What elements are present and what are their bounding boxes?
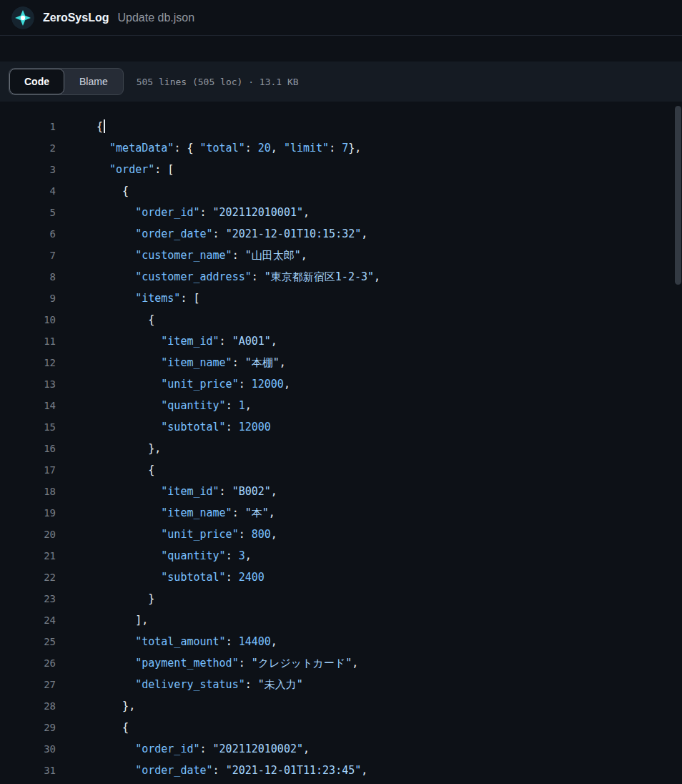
file-info: 505 lines (505 loc) · 13.1 KB — [137, 77, 299, 87]
line-number[interactable]: 28 — [0, 695, 56, 717]
code-text[interactable]: "item_name": "本棚", — [56, 352, 286, 373]
code-line: 2 "metaData": { "total": 20, "limit": 7}… — [0, 137, 682, 159]
code-text[interactable]: "item_name": "本", — [56, 502, 275, 524]
code-text[interactable]: "payment_method": "クレジットカード", — [56, 652, 358, 674]
code-text[interactable]: "order_id": "202112010001", — [56, 202, 310, 223]
line-number[interactable]: 14 — [0, 395, 56, 416]
code-line: 18 "item_id": "B002", — [0, 481, 682, 502]
code-line: 30 "order_id": "202112010002", — [0, 738, 682, 760]
line-number[interactable]: 27 — [0, 674, 56, 695]
code-line: 12 "item_name": "本棚", — [0, 352, 682, 373]
line-number[interactable]: 4 — [0, 180, 56, 202]
line-number[interactable]: 2 — [0, 137, 56, 159]
code-blame-switcher: CodeBlame — [9, 68, 124, 95]
code-text[interactable]: "metaData": { "total": 20, "limit": 7}, — [56, 137, 361, 159]
code-line: 17 { — [0, 459, 682, 481]
code-line: 24 ], — [0, 609, 682, 631]
code-text[interactable]: { — [56, 309, 154, 330]
code-text[interactable]: { — [56, 180, 129, 202]
code-line: 19 "item_name": "本", — [0, 502, 682, 524]
line-number[interactable]: 29 — [0, 717, 56, 738]
repo-avatar[interactable] — [11, 6, 34, 29]
line-number[interactable]: 5 — [0, 202, 56, 223]
line-number[interactable]: 25 — [0, 631, 56, 652]
code-line: 23 } — [0, 588, 682, 609]
line-number[interactable]: 1 — [0, 116, 56, 137]
line-number[interactable]: 20 — [0, 524, 56, 545]
code-text[interactable]: "order": [ — [56, 159, 174, 180]
code-text[interactable]: } — [56, 588, 154, 609]
scrollbar[interactable] — [675, 103, 681, 783]
line-number[interactable]: 19 — [0, 502, 56, 524]
line-number[interactable]: 11 — [0, 330, 56, 352]
code-line: 11 "item_id": "A001", — [0, 330, 682, 352]
line-number[interactable]: 16 — [0, 438, 56, 459]
code-lines: 1{2 "metaData": { "total": 20, "limit": … — [0, 116, 682, 781]
line-number[interactable]: 18 — [0, 481, 56, 502]
code-text[interactable]: }, — [56, 695, 135, 717]
code-text[interactable]: "total_amount": 14400, — [56, 631, 277, 652]
code-line: 16 }, — [0, 438, 682, 459]
line-number[interactable]: 31 — [0, 760, 56, 781]
code-line: 4 { — [0, 180, 682, 202]
code-text[interactable]: { — [56, 717, 129, 738]
code-text[interactable]: "subtotal": 12000 — [56, 416, 271, 438]
code-text[interactable]: "unit_price": 12000, — [56, 373, 290, 395]
line-number[interactable]: 17 — [0, 459, 56, 481]
line-number[interactable]: 9 — [0, 288, 56, 309]
file-toolbar: CodeBlame 505 lines (505 loc) · 13.1 KB — [0, 62, 682, 102]
line-number[interactable]: 24 — [0, 609, 56, 631]
app: ZeroSysLog Update db.json CodeBlame 505 … — [0, 0, 682, 784]
code-text[interactable]: "subtotal": 2400 — [56, 567, 265, 588]
code-line: 9 "items": [ — [0, 288, 682, 309]
line-number[interactable]: 12 — [0, 352, 56, 373]
code-text[interactable]: }, — [56, 438, 161, 459]
code-text[interactable]: { — [56, 116, 105, 137]
code-viewer[interactable]: 1{2 "metaData": { "total": 20, "limit": … — [0, 102, 682, 784]
repo-name[interactable]: ZeroSysLog — [43, 11, 109, 24]
line-number[interactable]: 22 — [0, 567, 56, 588]
code-text[interactable]: "item_id": "A001", — [56, 330, 277, 352]
code-text[interactable]: "item_id": "B002", — [56, 481, 277, 502]
line-number[interactable]: 15 — [0, 416, 56, 438]
code-text[interactable]: ], — [56, 609, 148, 631]
code-line: 15 "subtotal": 12000 — [0, 416, 682, 438]
code-line: 14 "quantity": 1, — [0, 395, 682, 416]
code-text[interactable]: "unit_price": 800, — [56, 524, 277, 545]
line-number[interactable]: 3 — [0, 159, 56, 180]
code-text[interactable]: { — [56, 459, 154, 481]
code-line: 7 "customer_name": "山田太郎", — [0, 245, 682, 266]
scrollbar-thumb[interactable] — [675, 106, 681, 285]
line-number[interactable]: 8 — [0, 266, 56, 288]
code-text[interactable]: "quantity": 1, — [56, 395, 252, 416]
code-line: 26 "payment_method": "クレジットカード", — [0, 652, 682, 674]
line-number[interactable]: 26 — [0, 652, 56, 674]
code-text[interactable]: "order_id": "202112010002", — [56, 738, 310, 760]
commit-message: Update db.json — [117, 11, 194, 24]
code-text[interactable]: "order_date": "2021-12-01T10:15:32", — [56, 223, 367, 245]
line-number[interactable]: 10 — [0, 309, 56, 330]
code-line: 28 }, — [0, 695, 682, 717]
line-number[interactable]: 7 — [0, 245, 56, 266]
code-text[interactable]: "items": [ — [56, 288, 200, 309]
code-line: 25 "total_amount": 14400, — [0, 631, 682, 652]
page-header: ZeroSysLog Update db.json — [0, 0, 682, 36]
code-text[interactable]: "customer_address": "東京都新宿区1-2-3", — [56, 266, 380, 288]
code-line: 3 "order": [ — [0, 159, 682, 180]
line-number[interactable]: 6 — [0, 223, 56, 245]
code-text[interactable]: "quantity": 3, — [56, 545, 252, 567]
code-text[interactable]: "delivery_status": "未入力" — [56, 674, 303, 695]
code-line: 29 { — [0, 717, 682, 738]
tab-code[interactable]: Code — [9, 69, 64, 94]
code-line: 31 "order_date": "2021-12-01T11:23:45", — [0, 760, 682, 781]
code-line: 6 "order_date": "2021-12-01T10:15:32", — [0, 223, 682, 245]
code-text[interactable]: "order_date": "2021-12-01T11:23:45", — [56, 760, 367, 781]
code-line: 8 "customer_address": "東京都新宿区1-2-3", — [0, 266, 682, 288]
line-number[interactable]: 13 — [0, 373, 56, 395]
line-number[interactable]: 23 — [0, 588, 56, 609]
line-number[interactable]: 21 — [0, 545, 56, 567]
tab-blame[interactable]: Blame — [64, 69, 123, 94]
code-line: 22 "subtotal": 2400 — [0, 567, 682, 588]
line-number[interactable]: 30 — [0, 738, 56, 760]
code-text[interactable]: "customer_name": "山田太郎", — [56, 245, 307, 266]
